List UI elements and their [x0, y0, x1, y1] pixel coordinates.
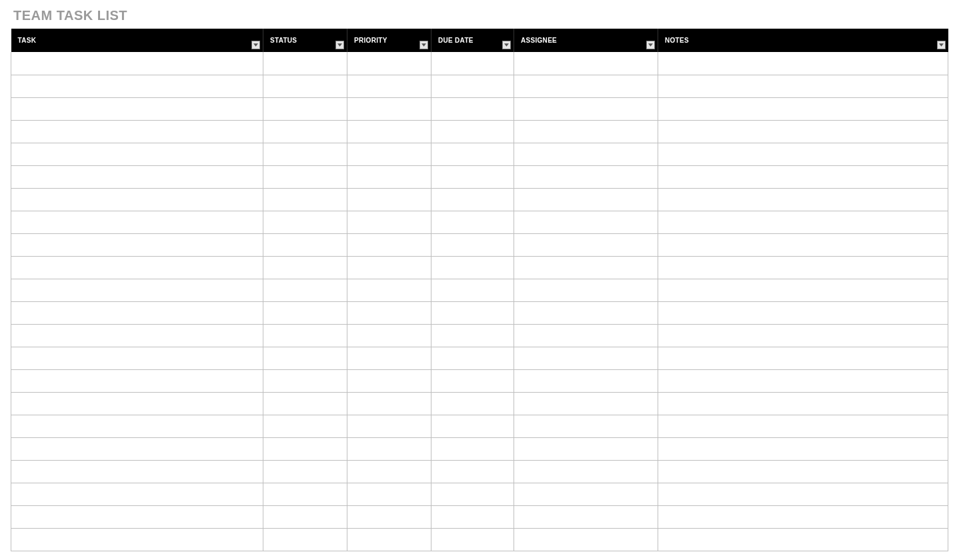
filter-dropdown-notes[interactable]	[937, 41, 946, 49]
cell-notes[interactable]	[658, 392, 948, 415]
filter-dropdown-status[interactable]	[335, 41, 344, 49]
cell-task[interactable]	[11, 165, 263, 188]
cell-assignee[interactable]	[514, 437, 658, 460]
cell-priority[interactable]	[347, 52, 431, 75]
cell-status[interactable]	[263, 143, 347, 165]
cell-notes[interactable]	[658, 347, 948, 369]
cell-task[interactable]	[11, 143, 263, 165]
cell-priority[interactable]	[347, 211, 431, 233]
cell-notes[interactable]	[658, 143, 948, 165]
cell-assignee[interactable]	[514, 301, 658, 324]
cell-priority[interactable]	[347, 165, 431, 188]
cell-priority[interactable]	[347, 460, 431, 483]
cell-assignee[interactable]	[514, 52, 658, 75]
cell-task[interactable]	[11, 75, 263, 97]
cell-assignee[interactable]	[514, 369, 658, 392]
cell-status[interactable]	[263, 301, 347, 324]
cell-priority[interactable]	[347, 143, 431, 165]
cell-assignee[interactable]	[514, 188, 658, 211]
cell-due_date[interactable]	[431, 143, 514, 165]
cell-notes[interactable]	[658, 165, 948, 188]
cell-priority[interactable]	[347, 97, 431, 120]
filter-dropdown-priority[interactable]	[419, 41, 428, 49]
cell-status[interactable]	[263, 188, 347, 211]
cell-assignee[interactable]	[514, 279, 658, 301]
cell-due_date[interactable]	[431, 528, 514, 551]
cell-task[interactable]	[11, 233, 263, 256]
cell-status[interactable]	[263, 528, 347, 551]
cell-notes[interactable]	[658, 437, 948, 460]
cell-task[interactable]	[11, 120, 263, 143]
cell-task[interactable]	[11, 505, 263, 528]
cell-status[interactable]	[263, 233, 347, 256]
cell-notes[interactable]	[658, 97, 948, 120]
cell-task[interactable]	[11, 301, 263, 324]
cell-priority[interactable]	[347, 256, 431, 279]
cell-assignee[interactable]	[514, 211, 658, 233]
cell-status[interactable]	[263, 415, 347, 437]
cell-assignee[interactable]	[514, 165, 658, 188]
cell-priority[interactable]	[347, 324, 431, 347]
cell-due_date[interactable]	[431, 97, 514, 120]
cell-notes[interactable]	[658, 415, 948, 437]
cell-assignee[interactable]	[514, 75, 658, 97]
cell-due_date[interactable]	[431, 52, 514, 75]
cell-priority[interactable]	[347, 369, 431, 392]
cell-priority[interactable]	[347, 483, 431, 505]
cell-priority[interactable]	[347, 279, 431, 301]
cell-due_date[interactable]	[431, 437, 514, 460]
cell-status[interactable]	[263, 165, 347, 188]
cell-task[interactable]	[11, 415, 263, 437]
cell-notes[interactable]	[658, 52, 948, 75]
cell-due_date[interactable]	[431, 301, 514, 324]
cell-status[interactable]	[263, 279, 347, 301]
cell-status[interactable]	[263, 483, 347, 505]
cell-status[interactable]	[263, 52, 347, 75]
cell-assignee[interactable]	[514, 97, 658, 120]
cell-task[interactable]	[11, 324, 263, 347]
cell-notes[interactable]	[658, 75, 948, 97]
cell-status[interactable]	[263, 505, 347, 528]
cell-assignee[interactable]	[514, 233, 658, 256]
cell-assignee[interactable]	[514, 392, 658, 415]
cell-notes[interactable]	[658, 233, 948, 256]
cell-due_date[interactable]	[431, 233, 514, 256]
cell-notes[interactable]	[658, 211, 948, 233]
cell-task[interactable]	[11, 392, 263, 415]
cell-notes[interactable]	[658, 460, 948, 483]
cell-assignee[interactable]	[514, 415, 658, 437]
cell-status[interactable]	[263, 120, 347, 143]
cell-due_date[interactable]	[431, 279, 514, 301]
cell-status[interactable]	[263, 437, 347, 460]
cell-due_date[interactable]	[431, 369, 514, 392]
cell-priority[interactable]	[347, 188, 431, 211]
cell-task[interactable]	[11, 279, 263, 301]
cell-priority[interactable]	[347, 347, 431, 369]
cell-due_date[interactable]	[431, 347, 514, 369]
cell-due_date[interactable]	[431, 188, 514, 211]
cell-due_date[interactable]	[431, 211, 514, 233]
cell-status[interactable]	[263, 369, 347, 392]
cell-status[interactable]	[263, 392, 347, 415]
cell-due_date[interactable]	[431, 460, 514, 483]
cell-priority[interactable]	[347, 233, 431, 256]
cell-task[interactable]	[11, 97, 263, 120]
cell-notes[interactable]	[658, 483, 948, 505]
cell-task[interactable]	[11, 347, 263, 369]
cell-status[interactable]	[263, 460, 347, 483]
cell-notes[interactable]	[658, 279, 948, 301]
cell-notes[interactable]	[658, 324, 948, 347]
cell-notes[interactable]	[658, 301, 948, 324]
cell-status[interactable]	[263, 324, 347, 347]
cell-task[interactable]	[11, 460, 263, 483]
cell-task[interactable]	[11, 188, 263, 211]
filter-dropdown-duedate[interactable]	[502, 41, 511, 49]
cell-task[interactable]	[11, 211, 263, 233]
cell-assignee[interactable]	[514, 324, 658, 347]
cell-priority[interactable]	[347, 437, 431, 460]
cell-priority[interactable]	[347, 75, 431, 97]
cell-notes[interactable]	[658, 256, 948, 279]
cell-due_date[interactable]	[431, 505, 514, 528]
cell-status[interactable]	[263, 97, 347, 120]
cell-task[interactable]	[11, 52, 263, 75]
